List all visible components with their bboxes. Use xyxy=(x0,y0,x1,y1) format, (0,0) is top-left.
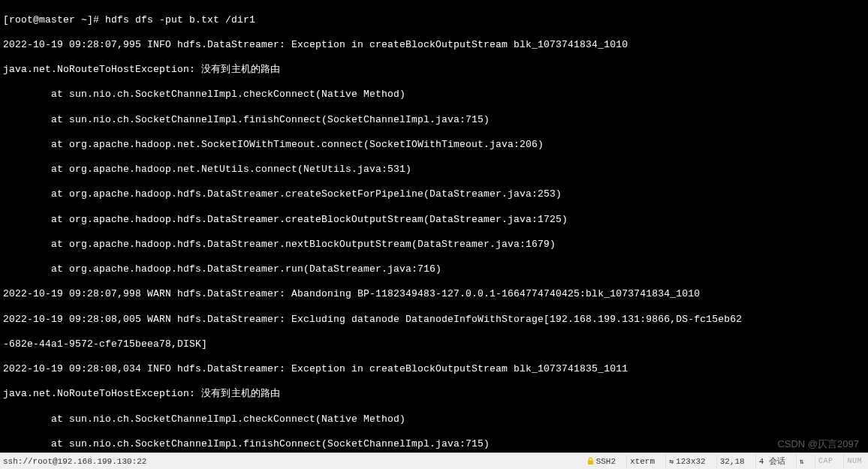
term-size: ⇆ 123x32 xyxy=(665,455,709,468)
terminal-line: at org.apache.hadoop.net.SocketIOWithTim… xyxy=(3,139,865,152)
status-bar: ssh://root@192.168.199.130:22 SSH2 xterm… xyxy=(0,452,868,469)
terminal-line: at sun.nio.ch.SocketChannelImpl.checkCon… xyxy=(3,89,865,101)
terminal-line: at org.apache.hadoop.net.NetUtils.connec… xyxy=(3,164,865,176)
connection-indicator: ⇅ xyxy=(796,455,807,468)
terminal-line: at sun.nio.ch.SocketChannelImpl.finishCo… xyxy=(3,438,865,451)
terminal-line: at sun.nio.ch.SocketChannelImpl.checkCon… xyxy=(3,413,865,426)
session-count: 4 会话 xyxy=(755,455,788,468)
terminal-line: at org.apache.hadoop.hdfs.DataStreamer.c… xyxy=(3,214,865,227)
ssh-label: SSH2 xyxy=(596,457,616,466)
connection-address: ssh://root@192.168.199.130:22 xyxy=(3,457,146,466)
terminal-line: java.net.NoRouteToHostException: 没有到主机的路… xyxy=(3,388,865,401)
resize-icon: ⇆ xyxy=(669,457,674,466)
terminal-line: at org.apache.hadoop.hdfs.DataStreamer.n… xyxy=(3,239,865,251)
terminal-output[interactable]: [root@master ~]# hdfs dfs -put b.txt /di… xyxy=(0,0,868,452)
terminal-line: 2022-10-19 09:28:07,995 INFO hdfs.DataSt… xyxy=(3,39,865,52)
cursor-position: 32,18 xyxy=(716,455,748,468)
terminal-line: 2022-10-19 09:28:07,998 WARN hdfs.DataSt… xyxy=(3,288,865,301)
term-type: xterm xyxy=(626,455,658,468)
num-indicator: NUM xyxy=(843,455,865,468)
terminal-line: java.net.NoRouteToHostException: 没有到主机的路… xyxy=(3,64,865,77)
terminal-line: at org.apache.hadoop.hdfs.DataStreamer.c… xyxy=(3,188,865,201)
ssh-status: SSH2 xyxy=(584,455,619,468)
caps-indicator: CAP xyxy=(815,455,836,468)
terminal-line: at sun.nio.ch.SocketChannelImpl.finishCo… xyxy=(3,114,865,127)
terminal-line: 2022-10-19 09:28:08,034 INFO hdfs.DataSt… xyxy=(3,363,865,376)
terminal-line: at org.apache.hadoop.hdfs.DataStreamer.r… xyxy=(3,263,865,276)
terminal-line: -682e-44a1-9572-cfe715beea78,DISK] xyxy=(3,338,865,351)
terminal-line: 2022-10-19 09:28:08,005 WARN hdfs.DataSt… xyxy=(3,314,865,326)
lock-icon xyxy=(587,457,594,465)
terminal-line: [root@master ~]# hdfs dfs -put b.txt /di… xyxy=(3,14,865,27)
updown-icon: ⇅ xyxy=(800,457,804,466)
